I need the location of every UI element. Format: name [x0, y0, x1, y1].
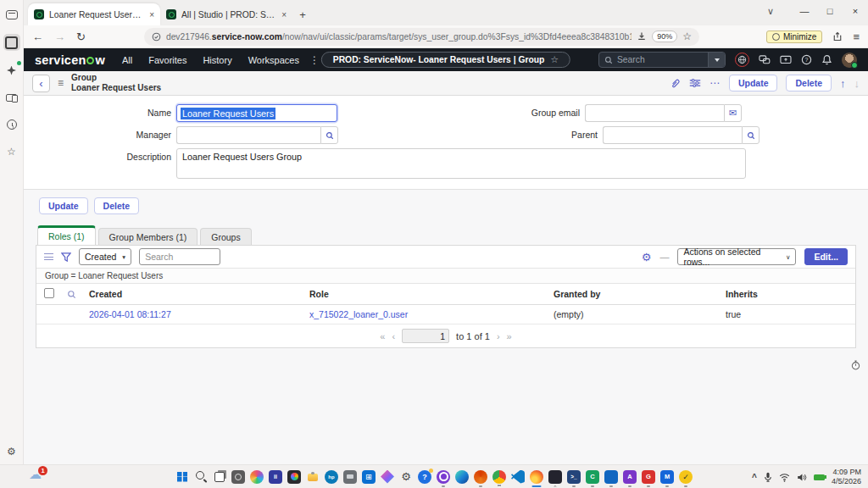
yellow-check-app-icon[interactable]: ✓	[679, 470, 693, 484]
column-role[interactable]: Role	[304, 284, 548, 305]
microsoft-store-icon[interactable]: ⊞	[362, 470, 376, 484]
office-icon[interactable]	[474, 470, 487, 484]
previous-page-icon[interactable]: ‹	[392, 331, 395, 341]
history-icon[interactable]	[4, 117, 19, 132]
update-button-bottom[interactable]: Update	[39, 197, 88, 214]
parent-lookup-icon[interactable]	[742, 126, 760, 144]
response-time-stopwatch-icon[interactable]	[851, 360, 860, 370]
nav-history[interactable]: History	[203, 55, 231, 65]
servicenow-logo[interactable]: servicenw	[35, 53, 105, 67]
speaker-icon[interactable]	[797, 473, 807, 482]
chrome-icon[interactable]	[492, 470, 506, 484]
reload-icon[interactable]: ↻	[76, 31, 86, 42]
forward-icon[interactable]: →	[54, 31, 65, 42]
microphone-icon[interactable]	[764, 472, 772, 482]
nav-workspaces[interactable]: Workspaces	[248, 55, 299, 65]
actions-dropdown[interactable]: Actions on selected rows...∨	[677, 248, 796, 265]
copilot-icon[interactable]	[4, 63, 19, 78]
description-textarea[interactable]: Loaner Request Users Group	[176, 148, 746, 179]
send-to-devices-icon[interactable]	[4, 90, 19, 105]
search-field-select[interactable]: Created▾	[79, 248, 131, 265]
g-app-icon[interactable]: G	[642, 470, 655, 484]
malwarebytes-icon[interactable]: M	[660, 470, 674, 484]
taskbar-search-icon[interactable]	[194, 470, 208, 484]
file-explorer-icon[interactable]	[306, 470, 320, 484]
tray-expand-icon[interactable]: ^	[752, 473, 757, 482]
photos-icon[interactable]	[287, 470, 301, 484]
browser-settings-icon[interactable]: ⚙	[4, 444, 19, 459]
new-tab-button[interactable]: +	[292, 3, 313, 25]
list-breadcrumb[interactable]: Group = Loaner Request Users	[36, 269, 855, 284]
powershell-icon[interactable]: >_	[567, 470, 581, 484]
list-search-input[interactable]: Search	[139, 248, 220, 265]
teams-icon[interactable]: ii	[269, 470, 282, 484]
edge-icon[interactable]	[455, 470, 469, 484]
cell-created-link[interactable]: 2026-04-01 08:11:27	[84, 305, 304, 324]
settings-icon[interactable]: ⚙	[399, 470, 413, 484]
manager-lookup-icon[interactable]	[320, 126, 338, 144]
purple-ring-app-icon[interactable]	[437, 470, 450, 484]
browser-tab-active[interactable]: Loaner Request Users | Group | ×	[28, 3, 160, 25]
taskbar-widget[interactable]: ☁ 1	[29, 468, 42, 480]
minimize-extension-button[interactable]: Minimize	[766, 30, 822, 43]
tab-group-members[interactable]: Group Members (1)	[98, 228, 198, 245]
window-minimize-button[interactable]: —	[792, 0, 817, 22]
notifications-bell-icon[interactable]	[821, 54, 832, 65]
list-context-menu-icon[interactable]	[44, 253, 53, 260]
select-all-checkbox[interactable]	[44, 288, 54, 298]
name-input[interactable]: Loaner Request Users	[176, 104, 337, 122]
collapse-list-icon[interactable]: —	[659, 252, 669, 262]
vscode-icon[interactable]	[511, 470, 525, 484]
update-button[interactable]: Update	[729, 75, 778, 92]
manager-input[interactable]	[176, 126, 320, 144]
dark-app-icon[interactable]	[548, 470, 562, 484]
record-globe-icon[interactable]	[735, 53, 749, 67]
close-tab-icon[interactable]: ×	[149, 10, 154, 19]
back-icon[interactable]: ←	[32, 31, 43, 42]
a-app-icon[interactable]: A	[623, 470, 637, 484]
personalize-form-icon[interactable]	[689, 78, 701, 88]
delete-button-bottom[interactable]: Delete	[94, 197, 140, 214]
share-icon[interactable]	[832, 31, 843, 42]
clock[interactable]: 4:09 PM 4/5/2026	[832, 468, 861, 487]
green-c-app-icon[interactable]: C	[586, 470, 599, 484]
clipchamp-icon[interactable]	[250, 470, 264, 484]
back-button[interactable]: ‹	[32, 75, 50, 92]
url-bar[interactable]: dev217946.service-now.com/now/nav/ui/cla…	[144, 28, 699, 46]
firefox-icon[interactable]	[530, 470, 543, 484]
paint-icon[interactable]	[381, 470, 394, 484]
previous-record-icon[interactable]: ↑	[840, 77, 846, 90]
global-search-input[interactable]: Search	[598, 52, 726, 68]
sidebar-toggle-icon[interactable]	[3, 34, 20, 51]
browser-tab[interactable]: All | Studio | PROD: ServiceNow ×	[160, 3, 292, 25]
download-icon[interactable]	[637, 31, 647, 42]
list-settings-gear-icon[interactable]: ⚙	[642, 251, 652, 263]
first-page-icon[interactable]: «	[380, 331, 385, 341]
more-options-icon[interactable]: ⋯	[709, 77, 721, 89]
delete-button[interactable]: Delete	[786, 75, 832, 92]
window-maximize-button[interactable]: □	[817, 0, 843, 22]
next-record-icon[interactable]: ↓	[854, 77, 860, 90]
start-icon[interactable]	[175, 470, 189, 484]
cell-role-link[interactable]: x_715022_loaner_0.user	[304, 305, 548, 324]
presence-screen-icon[interactable]	[780, 55, 792, 65]
blue-app-icon[interactable]	[604, 470, 618, 484]
edit-button[interactable]: Edit...	[804, 248, 848, 265]
email-envelope-icon[interactable]: ✉	[724, 104, 742, 122]
pin-star-icon[interactable]: ☆	[550, 54, 559, 65]
parent-input[interactable]	[603, 126, 742, 144]
user-avatar[interactable]	[842, 53, 857, 68]
help-icon[interactable]: ?	[801, 54, 812, 65]
tab-list-chevron-icon[interactable]: ∨	[758, 0, 783, 22]
task-view-icon[interactable]	[213, 470, 226, 484]
get-help-icon[interactable]: ?	[418, 470, 431, 484]
search-scope-dropdown[interactable]	[708, 53, 725, 67]
group-email-input[interactable]	[585, 104, 724, 122]
wifi-icon[interactable]	[779, 473, 790, 482]
zoom-level-badge[interactable]: 90%	[652, 30, 677, 42]
favorites-icon[interactable]: ☆	[4, 144, 19, 159]
column-search-icon[interactable]	[67, 290, 76, 299]
camera-icon[interactable]	[231, 470, 245, 484]
last-page-icon[interactable]: »	[507, 331, 512, 341]
tab-groups[interactable]: Groups	[200, 228, 251, 245]
